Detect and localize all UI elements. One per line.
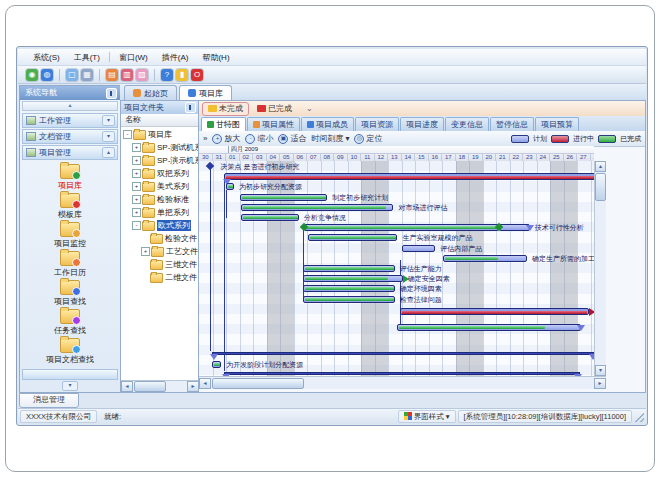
nav-task-search[interactable]: 任务查找 — [23, 309, 117, 338]
filter-unfinished[interactable]: 未完成 — [202, 102, 249, 116]
phase-bracket-bar[interactable] — [224, 372, 580, 375]
task-bar[interactable] — [303, 296, 395, 303]
gtab-pauses[interactable]: 暂停信息 — [490, 117, 534, 131]
tree-node[interactable]: +美式系列 — [121, 180, 199, 193]
panel-work[interactable]: 工作管理▾ — [22, 113, 118, 128]
gantt-vertical-scrollbar[interactable]: ▴▾ — [594, 161, 606, 376]
tree-expander-icon[interactable]: + — [132, 143, 141, 152]
gtab-gantt[interactable]: 甘特图 — [201, 117, 246, 131]
tree-expander-icon[interactable]: + — [141, 247, 150, 256]
help-icon[interactable]: ? — [161, 69, 173, 81]
tree-horizontal-scrollbar[interactable]: ◂▸ — [121, 380, 199, 392]
tab-project-library[interactable]: 项目库 — [179, 85, 232, 100]
gtab-members[interactable]: 项目成员 — [301, 117, 354, 131]
task-bar[interactable] — [303, 265, 395, 272]
tree-expander-icon[interactable]: + — [132, 182, 141, 191]
message-management-tab[interactable]: 消息管理 — [19, 393, 79, 408]
tree-node[interactable]: +检验标准 — [121, 193, 199, 206]
tree-expander-icon[interactable]: - — [132, 221, 141, 230]
gtab-progress[interactable]: 项目进度 — [400, 117, 444, 131]
panel-document[interactable]: 文档管理▾ — [22, 129, 118, 144]
menu-plugins[interactable]: 插件(A) — [155, 51, 196, 64]
gantt-horizontal-scrollbar[interactable]: ◂▸ — [199, 376, 606, 389]
pin-icon[interactable] — [106, 88, 117, 99]
tree-expander-icon[interactable]: + — [132, 195, 141, 204]
task-bar[interactable] — [304, 224, 498, 231]
timescale-button[interactable]: 时间刻度▾ — [311, 133, 349, 144]
tree-node[interactable]: -项目库 — [121, 128, 199, 141]
tree-node[interactable]: 三维文件 — [121, 258, 199, 271]
tree-expander-icon[interactable]: + — [132, 156, 141, 165]
lock-icon[interactable]: ▮ — [176, 69, 188, 81]
stop-icon[interactable]: O — [191, 69, 203, 81]
window-layout-icon[interactable]: ▦ — [81, 69, 93, 81]
tree-node[interactable]: -欧式系列 — [121, 219, 199, 232]
scroll-thumb[interactable] — [134, 381, 166, 392]
user-sync-icon[interactable]: ◉ — [26, 69, 38, 81]
scroll-up-button[interactable]: ▴ — [595, 161, 606, 172]
scroll-right-button[interactable]: ▸ — [594, 378, 606, 389]
tree-expander-icon[interactable]: + — [132, 208, 141, 217]
task-bar[interactable] — [308, 234, 397, 241]
task-bar[interactable] — [397, 324, 581, 331]
ui-style-button[interactable]: 界面样式 ▾ — [398, 410, 456, 423]
chevron-icon[interactable]: ▴ — [102, 147, 115, 158]
report-red-icon[interactable]: ▤ — [106, 69, 118, 81]
task-bar[interactable] — [226, 183, 234, 190]
scroll-left-button[interactable]: ◂ — [199, 378, 211, 389]
tree-node[interactable]: +SP-测试机系列 — [121, 141, 199, 154]
fit-button[interactable]: ▣适合 — [278, 133, 306, 144]
toolbar-overflow-icon[interactable]: » — [203, 134, 207, 143]
nav-project-doc-search[interactable]: 项目文档查找 — [23, 338, 117, 367]
locate-button[interactable]: ◎定位 — [354, 133, 382, 144]
task-bar[interactable] — [303, 275, 403, 282]
task-bar[interactable] — [443, 255, 527, 262]
task-bar[interactable] — [241, 204, 394, 211]
tree-node[interactable]: 检验文件 — [121, 232, 199, 245]
task-bar[interactable] — [212, 361, 221, 368]
nav-project-library[interactable]: 项目库 — [23, 164, 117, 193]
nav-template-library[interactable]: 模板库 — [23, 193, 117, 222]
pin-icon[interactable] — [185, 102, 196, 113]
menu-window[interactable]: 窗口(W) — [112, 51, 155, 64]
sidebar-clipped-panel[interactable] — [22, 369, 118, 381]
tree-node[interactable]: +工艺文件 — [121, 245, 199, 258]
scroll-thumb[interactable] — [595, 173, 606, 201]
sidebar-collapse-strip[interactable]: ▴ — [22, 101, 118, 111]
menu-help[interactable]: 帮助(H) — [195, 51, 236, 64]
tree-node[interactable]: +单把系列 — [121, 206, 199, 219]
report-pink-icon[interactable]: ▧ — [136, 69, 148, 81]
task-bar[interactable] — [303, 285, 395, 292]
zoom-in-button[interactable]: +放大 — [212, 133, 240, 144]
nav-work-calendar[interactable]: 工作日历 — [23, 251, 117, 280]
chevron-icon[interactable]: ▾ — [102, 115, 115, 126]
tree-node[interactable]: +SP-演示机系列 — [121, 154, 199, 167]
filter-finished[interactable]: 已完成 — [252, 103, 297, 115]
chevron-icon[interactable]: ▾ — [102, 131, 115, 142]
zoom-out-button[interactable]: -缩小 — [245, 133, 273, 144]
phase-bracket-bar[interactable] — [212, 352, 594, 355]
tree-node[interactable]: 二维文件 — [121, 271, 199, 284]
task-bar[interactable] — [402, 245, 436, 252]
gtab-budget[interactable]: 项目预算 — [535, 117, 579, 131]
task-bar[interactable] — [240, 194, 328, 201]
globe-icon[interactable]: ◍ — [41, 69, 53, 81]
menu-system[interactable]: 系统(S) — [26, 51, 67, 64]
scroll-down-button[interactable]: ▾ — [595, 365, 606, 376]
chevron-down-icon[interactable]: ▾ — [62, 381, 78, 391]
filter-overflow-chevron[interactable]: ⌄ — [306, 104, 313, 113]
task-bar-inprogress[interactable] — [400, 308, 589, 315]
tree-expander-icon[interactable]: - — [123, 130, 132, 139]
resize-grip[interactable] — [634, 412, 644, 422]
gtab-changes[interactable]: 变更信息 — [445, 117, 489, 131]
panel-project[interactable]: 项目管理▴ — [22, 145, 118, 160]
scroll-thumb[interactable] — [212, 378, 304, 389]
tab-start-page[interactable]: 起始页 — [124, 85, 177, 100]
gtab-resources[interactable]: 项目资源 — [355, 117, 399, 131]
menu-tools[interactable]: 工具(T) — [67, 51, 107, 64]
scroll-left-button[interactable]: ◂ — [121, 381, 133, 392]
nav-project-monitor[interactable]: 项目监控 — [23, 222, 117, 251]
report-mail-icon[interactable]: ▥ — [121, 69, 133, 81]
tree-expander-icon[interactable]: + — [132, 169, 141, 178]
nav-project-search[interactable]: 项目查找 — [23, 280, 117, 309]
